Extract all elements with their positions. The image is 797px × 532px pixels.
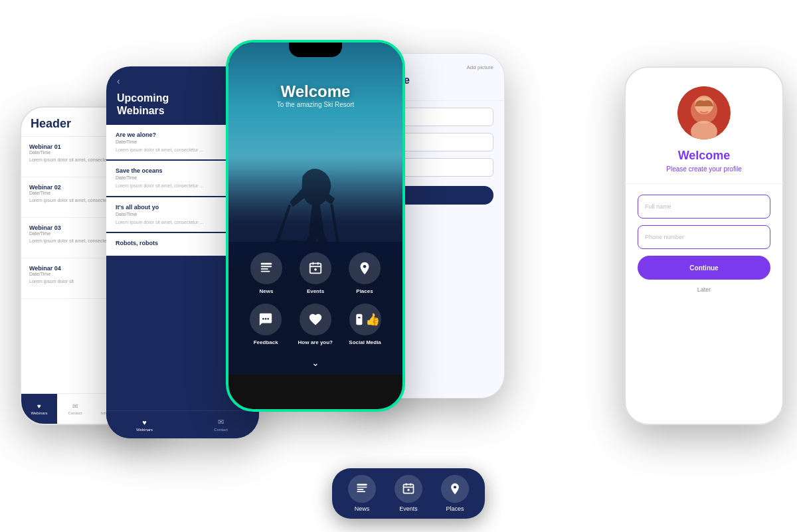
bottom-nav-bar: News Events Places: [332, 468, 485, 519]
svg-rect-20: [357, 484, 367, 486]
hero-subtitle: To the amazing Ski Resort: [228, 101, 402, 108]
svg-rect-4: [261, 266, 272, 267]
menu-social-media[interactable]: 👍 Social Media: [349, 304, 381, 345]
notch: [289, 43, 342, 57]
svg-point-28: [407, 489, 409, 491]
later-link[interactable]: Later: [638, 286, 770, 293]
avatar: [677, 86, 731, 139]
svg-point-29: [454, 486, 456, 488]
profile-top: Welcome Please create your profile: [626, 68, 782, 184]
profile-form: Full name Phone number Continue Later: [626, 184, 782, 304]
news-label: News: [260, 288, 274, 294]
menu-events[interactable]: Events: [300, 252, 331, 294]
phone-main: Welcome To the amazing Ski Resort News E…: [226, 40, 405, 412]
continue-button[interactable]: Continue: [638, 256, 770, 280]
svg-point-13: [262, 318, 264, 320]
svg-rect-3: [261, 263, 272, 265]
bottom-nav-dark: ♥ Webinars ✉ Contact: [106, 410, 259, 438]
nav-item-webinars[interactable]: ♥ Webinars: [21, 394, 57, 424]
menu-grid: News Events Places: [228, 242, 402, 375]
phone-profile: Welcome Please create your profile Full …: [624, 66, 784, 425]
svg-line-1: [277, 205, 290, 244]
svg-rect-5: [261, 268, 268, 270]
bnav-events-label: Events: [399, 505, 418, 512]
bnav-places-icon: [441, 475, 469, 503]
hero-title: Welcome: [228, 82, 402, 101]
heart-icon: [300, 304, 331, 335]
menu-feedback[interactable]: Feedback: [250, 304, 282, 345]
how-are-you-label: How are you?: [298, 339, 333, 345]
hero-text: Welcome To the amazing Ski Resort: [228, 82, 402, 108]
nav-item-contact[interactable]: ✉ Contact: [57, 394, 93, 424]
heart-icon: ♥: [142, 418, 147, 426]
svg-rect-22: [357, 489, 364, 490]
svg-rect-23: [357, 491, 366, 492]
news-icon: [250, 252, 282, 284]
bnav-news-icon: [348, 475, 376, 503]
places-label: Places: [356, 288, 373, 294]
menu-row-1: News Events Places: [242, 252, 389, 294]
scene: Header ▼ Webinar 01 Date/Time Lorem ipsu…: [0, 0, 797, 532]
hero-background: [228, 43, 402, 268]
svg-rect-16: [358, 317, 361, 318]
profile-create: Please create your profile: [666, 165, 741, 173]
full-name-placeholder: Full name: [645, 203, 671, 210]
heart-icon: ♥: [37, 402, 41, 410]
menu-places[interactable]: Places: [349, 252, 381, 294]
svg-rect-6: [261, 271, 270, 272]
profile-portrait: [677, 86, 731, 139]
phone-field[interactable]: Phone number: [638, 225, 770, 249]
bnav-news-label: News: [355, 505, 370, 512]
feedback-icon: [250, 304, 282, 335]
places-icon: [349, 252, 381, 284]
social-media-label: Social Media: [349, 339, 381, 345]
svg-point-18: [695, 96, 713, 114]
feedback-label: Feedback: [254, 339, 278, 345]
svg-point-14: [265, 318, 267, 320]
mail-icon: ✉: [218, 418, 224, 426]
nav-contact[interactable]: ✉ Contact: [183, 411, 259, 438]
avatar-image: [677, 86, 731, 139]
nav-webinars[interactable]: ♥ Webinars: [106, 411, 183, 438]
bnav-places-label: Places: [446, 505, 464, 512]
svg-rect-21: [357, 487, 367, 488]
svg-line-2: [331, 205, 338, 244]
menu-row-2: Feedback How are you? 👍 Social Media: [242, 304, 389, 345]
chevron-down-icon: ⌄: [242, 355, 389, 368]
events-icon: [300, 252, 331, 284]
profile-welcome: Welcome: [678, 149, 731, 163]
full-name-field[interactable]: Full name: [638, 195, 770, 219]
social-media-icon: 👍: [349, 304, 381, 335]
bnav-news[interactable]: News: [348, 475, 376, 512]
bnav-places[interactable]: Places: [441, 475, 469, 512]
menu-how-are-you[interactable]: How are you?: [298, 304, 333, 345]
bnav-events-icon: [395, 475, 422, 503]
webinar-header-title: Header: [31, 117, 71, 131]
menu-news[interactable]: News: [250, 252, 282, 294]
events-label: Events: [307, 288, 324, 294]
svg-point-11: [314, 268, 317, 271]
bnav-events[interactable]: Events: [395, 475, 422, 512]
svg-point-15: [267, 318, 269, 320]
mail-icon: ✉: [72, 402, 78, 410]
svg-point-12: [363, 265, 367, 268]
phone-placeholder: Phone number: [645, 234, 684, 240]
